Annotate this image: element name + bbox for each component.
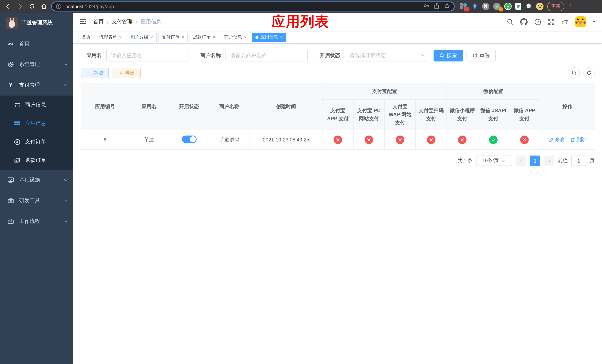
user-avatar[interactable] xyxy=(575,16,586,27)
tag-merchant-info[interactable]: 商户信息✕ xyxy=(221,32,250,42)
extension-y-icon[interactable]: y xyxy=(504,3,512,10)
prev-page-button[interactable] xyxy=(516,156,526,166)
sidebar-collapse-icon[interactable] xyxy=(79,18,87,26)
col-header-wechat-jsapi: 微信 JSAPI 支付 xyxy=(478,99,509,130)
show-search-button[interactable] xyxy=(569,67,580,78)
col-header-created: 创建时间 xyxy=(250,83,322,130)
status-toggle[interactable] xyxy=(182,136,196,143)
add-button[interactable]: ＋ 新增 xyxy=(81,68,109,78)
table-toolbar: ＋ 新增 导出 xyxy=(81,67,595,78)
breadcrumb-payment[interactable]: 支付管理 xyxy=(112,19,133,25)
tag-app-info[interactable]: 应用信息✕ xyxy=(252,32,286,42)
extension-record-icon[interactable]: 1 xyxy=(493,3,501,10)
extension-gem-icon[interactable] xyxy=(471,3,478,10)
tag-user-group[interactable]: 用户分组✕ xyxy=(127,32,157,42)
close-icon[interactable]: ✕ xyxy=(244,35,247,39)
tags-view: 首页 流程表单✕ 用户分组✕ 支付订单✕ 退款订单✕ 商户信息✕ 应用信息✕ xyxy=(73,31,602,44)
chrome-update-button[interactable]: 更新 xyxy=(547,2,564,11)
extension-command-icon[interactable]: ⌘ xyxy=(482,3,489,10)
goto-page-input[interactable] xyxy=(571,156,586,166)
sidebar-item-home[interactable]: 首页 xyxy=(0,33,73,54)
refund-icon xyxy=(14,157,20,163)
close-icon[interactable]: ✕ xyxy=(119,35,122,39)
sidebar-item-dev-tools[interactable]: 研发工具 xyxy=(0,190,73,211)
edit-pencil-icon xyxy=(549,137,554,142)
sidebar-item-label: 商户信息 xyxy=(25,101,46,108)
col-header-app-id: 应用编号 xyxy=(81,83,129,130)
password-key-icon[interactable] xyxy=(423,2,430,10)
sidebar-item-infrastructure[interactable]: 基础设施 xyxy=(0,170,73,190)
tag-process-form[interactable]: 流程表单✕ xyxy=(96,32,125,42)
tag-pay-order[interactable]: 支付订单✕ xyxy=(159,32,188,42)
browser-reload-icon[interactable] xyxy=(27,2,36,11)
navbar: 首页 / 支付管理 / 应用信息 ? xyxy=(73,13,602,31)
sidebar-item-workflow[interactable]: 工作流程 xyxy=(0,211,73,232)
close-icon[interactable]: ✕ xyxy=(150,35,153,39)
app-name-input[interactable] xyxy=(106,50,188,62)
app-name-label: 应用名 xyxy=(86,52,102,59)
pagination: 共 1 条 10条/页 1 前往 页 xyxy=(81,156,595,166)
next-page-button[interactable] xyxy=(544,156,554,166)
font-size-icon[interactable]: TT xyxy=(561,18,569,26)
merchant-name-input[interactable] xyxy=(226,50,308,62)
profile-avatar[interactable] xyxy=(536,3,544,10)
col-header-alipay-pc: 支付宝 PC 网站支付 xyxy=(353,99,385,130)
bookmark-star-icon[interactable] xyxy=(444,2,450,10)
chevron-down-icon xyxy=(64,219,68,224)
avatar-caret-icon[interactable] xyxy=(592,20,596,24)
tag-refund-order[interactable]: 退款订单✕ xyxy=(190,32,219,42)
chevron-down-icon xyxy=(502,159,506,163)
edit-link[interactable]: 修改 xyxy=(549,137,564,143)
search-button[interactable]: 搜索 xyxy=(434,50,463,62)
cell-operations: 修改 删除 xyxy=(540,130,595,150)
reset-button[interactable]: 重置 xyxy=(466,50,496,62)
sidebar-item-refund-order[interactable]: 退款订单 xyxy=(0,151,73,170)
address-bar[interactable]: localhost:1024/pay/app xyxy=(51,1,455,11)
browser-home-icon[interactable] xyxy=(39,2,48,11)
share-icon[interactable] xyxy=(434,2,440,10)
table-row: 6 芋道 芋道源码 2021-10-23 08:49:25 xyxy=(81,130,595,150)
page-size-select[interactable]: 10条/页 xyxy=(476,156,512,166)
tag-home[interactable]: 首页 xyxy=(78,32,94,42)
breadcrumb-home[interactable]: 首页 xyxy=(93,19,104,25)
sidebar-item-app-info[interactable]: 应用信息 xyxy=(0,114,73,133)
merchant-name-label: 商户名称 xyxy=(200,52,221,59)
github-icon[interactable] xyxy=(520,18,527,26)
page-number-button[interactable]: 1 xyxy=(530,156,540,166)
extension-notes-icon[interactable] xyxy=(515,3,521,10)
export-button[interactable]: 导出 xyxy=(113,68,141,78)
extension-grid-icon[interactable]: 10 xyxy=(460,3,467,10)
chevron-down-icon xyxy=(64,198,68,203)
download-icon xyxy=(118,71,123,75)
help-icon[interactable]: ? xyxy=(534,18,541,26)
alipay-app-status-icon xyxy=(333,136,342,144)
browser-menu-icon[interactable]: ⋮ xyxy=(568,6,570,7)
close-icon[interactable]: ✕ xyxy=(182,35,184,39)
wechat-app-status-icon xyxy=(520,136,529,144)
store-icon xyxy=(14,102,20,108)
browser-back-icon[interactable] xyxy=(4,2,13,11)
status-select[interactable]: 请选择开启状态 xyxy=(345,50,429,62)
app-logo-row[interactable]: 芋道管理系统 xyxy=(0,13,73,33)
sidebar-item-system[interactable]: 系统管理 xyxy=(0,54,73,75)
sidebar-item-payment[interactable]: ¥ 支付管理 xyxy=(0,75,73,96)
alipay-qr-status-icon xyxy=(427,136,435,144)
briefcase-icon xyxy=(7,218,14,225)
page-unit-label: 页 xyxy=(590,157,595,164)
app-table: 应用编号 应用名 开启状态 商户名称 创建时间 支付宝配置 微信配置 操作 支付… xyxy=(81,83,595,150)
header-search-icon[interactable] xyxy=(506,18,514,26)
dashboard-icon xyxy=(7,40,14,47)
browser-forward-icon[interactable] xyxy=(16,2,24,11)
sidebar-item-pay-order[interactable]: 支付订单 xyxy=(0,133,73,151)
delete-link[interactable]: 删除 xyxy=(570,137,586,143)
cell-merchant: 芋道源码 xyxy=(209,130,250,150)
chevron-down-icon xyxy=(420,53,425,58)
sidebar-item-label: 退款订单 xyxy=(25,157,46,164)
page-info-icon[interactable] xyxy=(55,2,62,11)
close-icon[interactable]: ✕ xyxy=(280,35,283,39)
extensions-puzzle-icon[interactable] xyxy=(525,3,532,10)
fullscreen-icon[interactable] xyxy=(548,18,555,26)
sidebar-item-merchant-info[interactable]: 商户信息 xyxy=(0,96,73,114)
close-icon[interactable]: ✕ xyxy=(213,35,216,39)
refresh-table-button[interactable] xyxy=(583,67,595,78)
